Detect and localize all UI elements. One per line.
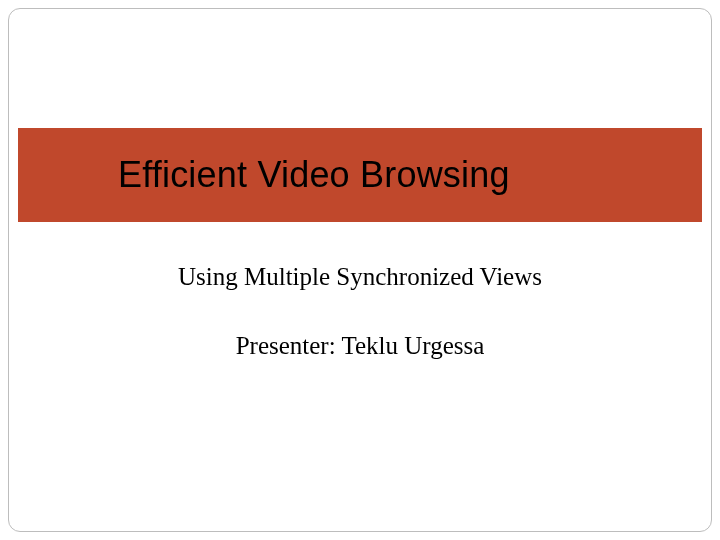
slide-subtitle: Using Multiple Synchronized Views [9, 263, 711, 291]
slide-frame: Efficient Video Browsing Using Multiple … [8, 8, 712, 532]
slide-presenter: Presenter: Teklu Urgessa [9, 332, 711, 360]
title-band: Efficient Video Browsing [18, 128, 702, 222]
slide-title: Efficient Video Browsing [118, 154, 510, 196]
